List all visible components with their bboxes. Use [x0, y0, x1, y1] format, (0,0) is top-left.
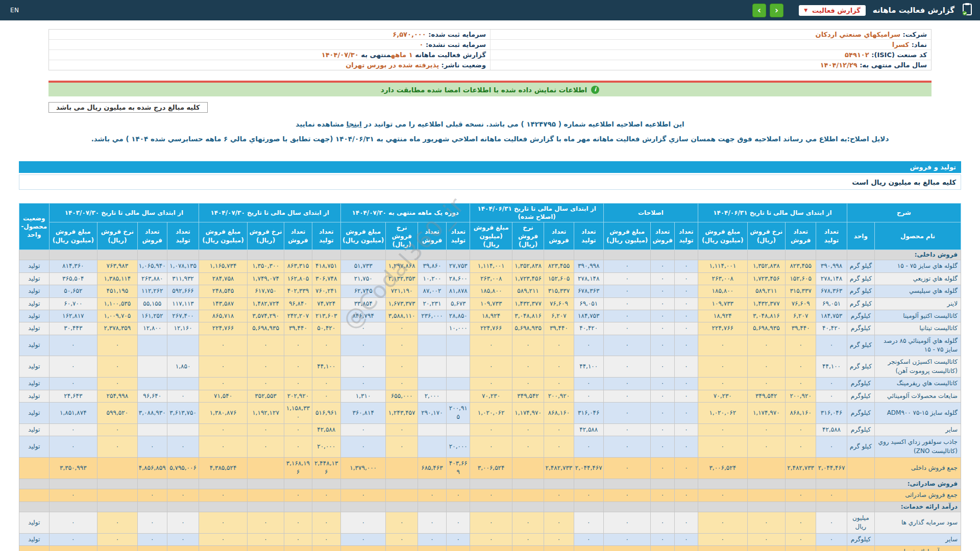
product-row: جاذب سولفور زداي اکسید روي (کاتالیست ZNO… — [19, 436, 961, 458]
cell: جمع فروش صادراتی — [875, 489, 961, 502]
cell: ۰ — [698, 378, 747, 390]
cell — [470, 502, 512, 512]
cell — [284, 479, 312, 489]
cell — [816, 479, 847, 489]
cell — [603, 479, 651, 489]
cell — [97, 457, 137, 479]
cell: ۰ — [199, 423, 248, 436]
cell: ۱۱۲,۲۶۲ — [137, 285, 167, 297]
cell: تولید — [19, 378, 50, 390]
cell: ۰ — [340, 356, 386, 378]
cell — [167, 249, 199, 260]
column-header: واحد — [847, 222, 874, 250]
cell: ۰ — [816, 378, 847, 390]
cell: ۰ — [284, 512, 312, 533]
previous-version-link[interactable]: اینجا — [347, 120, 362, 128]
cell: ۰ — [786, 546, 816, 551]
cell — [847, 546, 874, 551]
cell: ۰ — [603, 260, 651, 272]
cell: ۰ — [312, 546, 340, 551]
cell: ۰ — [651, 390, 674, 402]
info-cell-right: سال مالی منتهی به: ۱۴۰۴/۱۲/۲۹ — [490, 60, 931, 70]
cell — [470, 479, 512, 489]
cell: ۰ — [340, 423, 386, 436]
cell: ۸۱۴,۳۶۰ — [49, 260, 97, 272]
nav-next-button[interactable]: › — [770, 4, 783, 17]
cell: ۰ — [574, 335, 603, 356]
cell: ضایعات محصولات آلومینائي — [875, 390, 961, 402]
cell: ۱,۸۵۱,۸۷۴ — [49, 403, 97, 424]
language-toggle[interactable]: EN — [10, 7, 19, 14]
total-row: جمع فروش صادراتی۰۰۰۰۰۰۰۰۰۰۰۰۰۰۰۰۰۰ — [19, 489, 961, 502]
amendment-note-post: مشاهده نمایید — [296, 120, 346, 128]
cell — [418, 479, 446, 489]
cell: ۱,۱۱۴,۰۰۱ — [698, 260, 747, 272]
column-header: تعداد فروش — [137, 222, 167, 250]
cell: ۰ — [97, 423, 137, 436]
cell: ۰ — [816, 489, 847, 502]
cell: ۰ — [247, 533, 284, 545]
cell: ۲۹۰,۱۷۰ — [418, 403, 446, 424]
cell — [97, 546, 137, 551]
info-label: نماد: — [909, 41, 927, 48]
cell: ۰ — [49, 533, 97, 545]
cell: ۰ — [747, 533, 785, 545]
column-header: تعداد فروش — [651, 222, 674, 250]
cell: ۴۰,۴۲۰ — [816, 322, 847, 335]
cell: ۰ — [470, 436, 512, 458]
cell: ۱,۷۴۹,۰۷۴ — [247, 272, 284, 285]
cell: ۵۵,۱۵۵ — [137, 297, 167, 310]
cell — [167, 378, 199, 390]
cell: ۰ — [512, 533, 544, 545]
column-header: نرخ فروش (ریال) — [512, 222, 544, 250]
nav-prev-button[interactable]: ‹ — [752, 4, 766, 17]
cell: ۰ — [340, 533, 386, 545]
cell — [698, 479, 747, 489]
cell — [512, 546, 544, 551]
cell: ۰ — [447, 546, 470, 551]
product-row: گلوله هاي توزیعيکیلو گرم۲۷۸,۱۴۸۱۵۲,۶۰۵۱,… — [19, 272, 961, 285]
cell: ۱۵۲,۶۰۵ — [786, 272, 816, 285]
cell: ۲۲۴,۷۶۶ — [470, 322, 512, 335]
cell: کاتالیست اکتیو آلومینا — [875, 310, 961, 322]
cell: ۲۷۸,۱۴۸ — [574, 272, 603, 285]
cell: ۰ — [284, 533, 312, 545]
cell: ۰ — [574, 512, 603, 533]
cell: ۲۸۴,۷۵۸ — [199, 272, 248, 285]
cell — [247, 249, 284, 260]
column-header: تعداد تولید — [447, 222, 470, 250]
cell: ۱,۰۰۹,۷۰۵ — [97, 310, 137, 322]
cell: سود سرمایه گذاري ها — [875, 512, 961, 533]
cell: ۱۲,۱۶۰ — [167, 322, 199, 335]
cell: ۰ — [470, 423, 512, 436]
cell — [447, 335, 470, 356]
cell: ۰ — [312, 533, 340, 545]
cell: ۳۱۵,۳۳۷ — [544, 285, 574, 297]
cell — [49, 249, 97, 260]
cell: ۰ — [603, 272, 651, 285]
cell — [747, 502, 785, 512]
report-type-dropdown[interactable]: گزارش فعالیت ▼ — [799, 5, 866, 16]
amendment-reason: دلایل اصلاح:به اطلاع مي رساند اصلاحیه فو… — [48, 135, 932, 143]
product-row: گلوله هاي آلومینائي ۸۵ درصد سایز ۷۵ - ۱۵… — [19, 335, 961, 356]
cell: سایر — [875, 533, 961, 545]
cell — [512, 479, 544, 489]
cell: ۰ — [447, 533, 470, 545]
cell: ۰ — [49, 335, 97, 356]
info-label: سرمایه ثبت نشده: — [423, 41, 486, 48]
cell: ۰ — [386, 322, 418, 335]
cell: ۰ — [698, 533, 747, 545]
column-group-0: از ابتدای سال مالی تا تاریخ ۱۴۰۴/۰۶/۳۱ — [698, 204, 847, 222]
cell: ۲۰,۲۳۱ — [418, 297, 446, 310]
cell: ۰ — [386, 335, 418, 356]
column-header: مبلغ فروش (میلیون ریال) — [340, 222, 386, 250]
cell: ۰ — [512, 436, 544, 458]
top-content: شرکت: سرامیکهاي صنعتي اردکانسرمایه ثبت ش… — [48, 29, 932, 143]
cell: ۰ — [574, 533, 603, 545]
cell: ۲۳۶,۰۰۰ — [418, 310, 446, 322]
cell: ۲۴۸,۵۴۵ — [199, 285, 248, 297]
cell: ۰ — [544, 356, 574, 378]
cell: ۱,۱۵۸,۳۳۰ — [284, 403, 312, 424]
column-group-5: از ابتدای سال مالی تا تاریخ ۱۴۰۳/۰۷/۳۰ — [49, 204, 199, 222]
cell: کیلوگرم — [847, 310, 874, 322]
